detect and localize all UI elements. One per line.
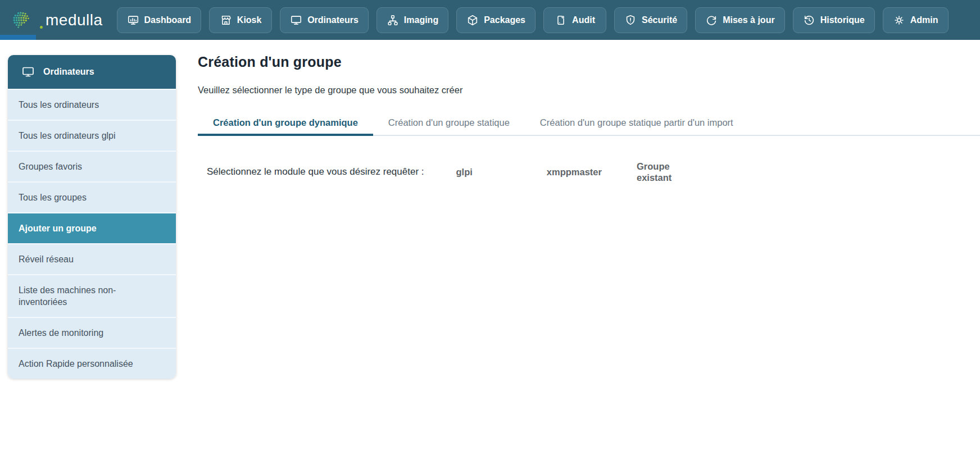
page-title: Création d'un groupe [198, 54, 980, 70]
admin-icon [893, 14, 905, 26]
nav-label: Kiosk [237, 15, 262, 25]
nav-mises-a-jour-button[interactable]: Mises à jour [695, 7, 784, 33]
sidebar-item-tous-les-ordinateurs-glpi[interactable]: Tous les ordinateurs glpi [8, 120, 176, 151]
nav-label: Sécurité [642, 15, 677, 25]
brain-logo-icon [11, 10, 35, 30]
imaging-icon [387, 14, 399, 26]
audit-icon [555, 14, 567, 26]
nav-label: Admin [910, 15, 938, 25]
sidebar-item-reveil-reseau[interactable]: Réveil réseau [8, 243, 176, 274]
brand-name: medulla [46, 12, 103, 28]
nav-label: Historique [820, 15, 865, 25]
nav-securite-button[interactable]: Sécurité [614, 7, 687, 33]
security-icon [624, 14, 637, 26]
sidebar-item-action-rapide[interactable]: Action Rapide personnalisée [8, 348, 176, 379]
module-select-row: Sélectionnez le module que vous désirez … [207, 161, 980, 183]
monitor-icon [21, 65, 35, 79]
sidebar-item-tous-les-ordinateurs[interactable]: Tous les ordinateurs [8, 89, 176, 120]
nav-historique-button[interactable]: Historique [793, 7, 875, 33]
module-option-groupe-existant[interactable]: Groupe existant [637, 161, 674, 183]
sidebar-item-ajouter-un-groupe[interactable]: Ajouter un groupe [8, 212, 176, 243]
nav-dashboard-button[interactable]: Dashboard [117, 7, 202, 33]
nav-label: Dashboard [144, 15, 192, 25]
sidebar-item-alertes-monitoring[interactable]: Alertes de monitoring [8, 317, 176, 348]
main-content: Création d'un groupe Veuillez sélectionn… [198, 54, 980, 183]
nav-imaging-button[interactable]: Imaging [376, 7, 448, 33]
module-prompt-label: Sélectionnez le module que vous désirez … [207, 166, 424, 178]
nav-label: Audit [572, 15, 595, 25]
nav-ordinateurs-button[interactable]: Ordinateurs [280, 7, 369, 33]
module-option-glpi[interactable]: glpi [456, 166, 473, 178]
tab-groupe-statique-import[interactable]: Création d'un groupe statique partir d'u… [525, 111, 748, 136]
nav-packages-button[interactable]: Packages [456, 7, 536, 33]
dashboard-icon [127, 14, 139, 26]
tab-groupe-dynamique[interactable]: Création d'un groupe dynamique [198, 111, 373, 136]
tab-bar: Création d'un groupe dynamique Création … [198, 111, 980, 136]
nav-label: Packages [484, 15, 525, 25]
nav-label: Ordinateurs [307, 15, 359, 25]
sidebar: Ordinateurs Tous les ordinateurs Tous le… [8, 55, 176, 379]
nav-admin-button[interactable]: Admin [883, 7, 949, 33]
nav-kiosk-button[interactable]: Kiosk [209, 7, 272, 33]
logo-dot [40, 26, 43, 29]
nav-label: Imaging [404, 15, 438, 25]
nav-label: Mises à jour [723, 15, 774, 25]
top-navbar: medulla Dashboard Kiosk Ordinateurs Imag… [0, 0, 980, 40]
nav-audit-button[interactable]: Audit [543, 7, 606, 33]
sidebar-item-tous-les-groupes[interactable]: Tous les groupes [8, 181, 176, 212]
updates-icon [705, 14, 718, 26]
computers-icon [290, 14, 302, 26]
sidebar-item-machines-non-inventoriees[interactable]: Liste des machines non-inventoriées [8, 274, 176, 317]
page-subtitle: Veuillez sélectionner le type de groupe … [198, 85, 980, 95]
medulla-logo[interactable]: medulla [11, 10, 103, 30]
packages-icon [466, 14, 479, 26]
sidebar-item-groupes-favoris[interactable]: Groupes favoris [8, 151, 176, 181]
history-icon [803, 14, 815, 26]
module-option-xmppmaster[interactable]: xmppmaster [547, 166, 602, 178]
kiosk-icon [220, 14, 232, 26]
loading-bar [0, 35, 36, 40]
tab-groupe-statique[interactable]: Création d'un groupe statique [373, 111, 525, 136]
sidebar-header: Ordinateurs [8, 55, 176, 89]
sidebar-header-label: Ordinateurs [43, 67, 94, 77]
